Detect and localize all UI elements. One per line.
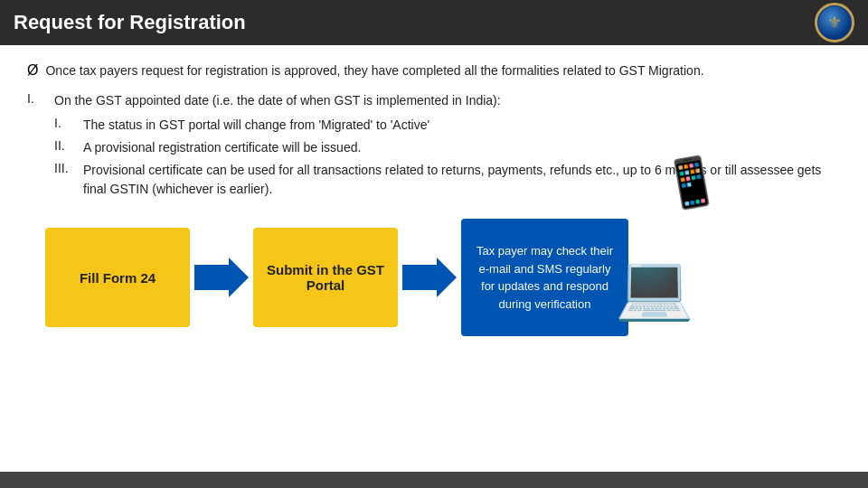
list-item: I. The status in GST portal will change …: [54, 116, 841, 135]
flow-box-3-label: Tax payer may check their e-mail and SMS…: [472, 242, 618, 313]
logo: [815, 3, 854, 42]
svg-marker-0: [194, 258, 249, 297]
bullet-text-1: Once tax payers request for registration…: [45, 61, 703, 80]
content-area: Ø Once tax payers request for registrati…: [0, 45, 868, 345]
flow-box-2-label: Submit in the GST Portal: [253, 262, 398, 293]
page-title: Request for Registration: [14, 11, 246, 34]
roman-num-2: II.: [54, 138, 83, 153]
logo-inner: [818, 6, 851, 39]
bullet-arrow-icon: Ø: [27, 62, 38, 79]
roman-text-3: Provisional certificate can be used for …: [83, 161, 841, 199]
footer-bar: [0, 472, 868, 488]
list-item: II. A provisional registration certifica…: [54, 138, 841, 157]
roman-label-main: I.: [27, 91, 54, 106]
roman-num-1: I.: [54, 116, 83, 130]
laptop-icon: 💻: [615, 249, 693, 324]
roman-list: I. The status in GST portal will change …: [54, 116, 841, 199]
gst-text-main: On the GST appointed date (i.e. the date…: [54, 91, 501, 110]
flow-diagram: Fill Form 24 Submit in the GST Portal 📱 …: [45, 219, 841, 336]
flow-box-1-label: Fill Form 24: [80, 270, 156, 286]
section-gst-line: I. On the GST appointed date (i.e. the d…: [27, 91, 841, 110]
bullet-point-1: Ø Once tax payers request for registrati…: [27, 61, 841, 80]
flow-box-2: Submit in the GST Portal: [253, 228, 398, 327]
roman-text-1: The status in GST portal will change fro…: [83, 116, 429, 135]
flow-box-1: Fill Form 24: [45, 228, 190, 327]
roman-text-2: A provisional registration certificate w…: [83, 138, 361, 157]
header: Request for Registration: [0, 0, 868, 45]
flow-box-3-wrapper: 📱 Tax payer may check their e-mail and S…: [461, 219, 693, 336]
svg-marker-1: [402, 258, 457, 297]
phone-icon: 📱: [657, 151, 725, 215]
flow-arrow-1: [190, 255, 253, 300]
arrow-svg-2: [402, 258, 457, 297]
roman-num-3: III.: [54, 161, 83, 175]
arrow-svg-1: [194, 258, 249, 297]
flow-box-3: Tax payer may check their e-mail and SMS…: [461, 219, 628, 336]
flow-arrow-2: [398, 255, 461, 300]
